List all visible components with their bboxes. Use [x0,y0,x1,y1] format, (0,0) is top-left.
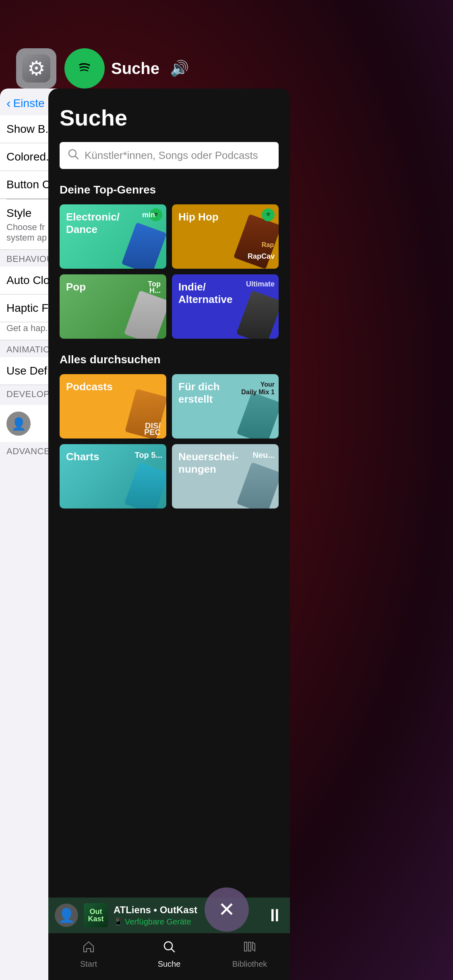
podcasts-pec-label: PEC [144,428,161,437]
svg-point-5 [164,942,172,950]
genre-label-indie: Indie/Alternative [178,281,232,306]
genre-label-hiphop: Hip Hop [178,211,219,223]
spotify-app-name: Suche [111,60,159,78]
neue-sub-label: Neu... [253,451,275,460]
genre-card-pop[interactable]: Pop Top H... [60,274,166,339]
electronic-card-text: min [142,211,155,219]
top5-label: Top 5... [134,451,162,460]
spotify-app-switcher[interactable]: Suche 🔊 [64,48,189,89]
genre-label-electronic: Electronic/Dance [66,211,120,236]
fuer-dich-decoration [237,392,279,439]
hiphop-sub-label: Rap [262,241,274,249]
top-genres-title: Deine Top-Genres [60,183,279,196]
user-face-icon: 👤 [58,907,75,923]
spotify-logo-svg [72,56,97,80]
close-icon: ✕ [218,900,235,920]
pause-button[interactable]: ⏸ [266,905,283,925]
indie-decoration [236,290,279,339]
neue-decoration [237,462,279,509]
svg-rect-8 [248,942,251,951]
search-placeholder-text: Künstler*innen, Songs oder Podcasts [85,149,258,162]
genre-card-neuerscheinungen[interactable]: Neuerschei-nungen Neu... [172,444,279,509]
close-button-container: ✕ [205,887,249,932]
genre-label-pop: Pop [66,281,86,293]
browse-all-title: Alles durchsuchen [60,353,279,366]
svg-line-6 [172,949,174,952]
album-art-placeholder: OutKast [84,903,108,927]
user-avatar: 👤 [55,904,78,927]
svg-point-0 [73,57,96,80]
device-icon: 📱 [114,917,122,926]
search-nav-icon [162,940,176,957]
library-icon [243,940,256,957]
search-bar[interactable]: Künstler*innen, Songs oder Podcasts [60,142,279,169]
album-art-text: OutKast [88,908,103,922]
settings-gear-icon: ⚙ [22,54,50,82]
settings-app-icon[interactable]: ⚙ [16,48,56,89]
search-icon [68,148,79,163]
genre-card-charts[interactable]: Charts Top 5... [60,444,166,509]
search-nav-label: Suche [158,959,181,969]
svg-rect-7 [244,942,247,951]
settings-back-label: Einste [13,97,45,110]
spotify-app-icon [64,48,105,89]
gear-unicode-icon: ⚙ [27,57,46,80]
top-genres-grid: Electronic/Dance min Hip Ho [60,204,279,339]
device-label: Verfügbare Geräte [125,917,191,926]
genre-card-podcasts[interactable]: Podcasts DIS/ PEC [60,374,166,439]
genre-card-hiphop[interactable]: Hip Hop RapCav Rap [172,204,279,269]
spotify-badge-hiphop [262,208,275,221]
home-label: Start [80,959,97,969]
browse-all-grid: Podcasts DIS/ PEC Für dicherstellt YourD… [60,374,279,509]
bottom-nav: Start Suche Bibliothek [48,933,290,980]
genre-card-indie[interactable]: Indie/Alternative Ultimate [172,274,279,339]
genre-label-neuerscheinungen: Neuerschei-nungen [178,451,238,476]
modal-scroll-content[interactable]: Suche Künstler*innen, Songs oder Podcast… [48,89,290,898]
album-art: OutKast [84,903,108,927]
library-label: Bibliothek [232,959,267,969]
indie-sub-label: Ultimate [246,280,275,288]
daily-mix-label: YourDaily Mix 1 [241,381,275,396]
search-title: Suche [60,105,279,131]
app-switcher-bar: ⚙ Suche 🔊 [16,48,189,89]
nav-search[interactable]: Suche [129,940,209,969]
genre-label-charts: Charts [66,451,99,463]
pop-h-label: H... [149,286,161,295]
svg-line-2 [75,156,78,159]
genre-label-fuer-dich: Für dicherstellt [178,381,220,406]
user-avatar-settings: 👤 [6,412,31,436]
volume-icon: 🔊 [170,60,189,77]
genre-label-podcasts: Podcasts [66,381,113,393]
back-chevron-icon: ‹ [6,96,11,111]
nav-home[interactable]: Start [48,940,129,969]
rapcav-label: RapCav [248,253,275,261]
close-button[interactable]: ✕ [205,887,249,932]
now-playing-bar[interactable]: 👤 OutKast ATLiens • OutKast 📱 Verfügbare… [48,898,290,933]
home-icon [82,940,95,957]
genre-card-electronic[interactable]: Electronic/Dance min [60,204,166,269]
charts-decoration [124,462,166,509]
nav-library[interactable]: Bibliothek [209,940,290,969]
spotify-modal: Suche Künstler*innen, Songs oder Podcast… [48,89,290,980]
genre-card-fuer-dich[interactable]: Für dicherstellt YourDaily Mix 1 [172,374,279,439]
svg-point-4 [265,212,271,218]
pop-decoration [124,290,166,339]
